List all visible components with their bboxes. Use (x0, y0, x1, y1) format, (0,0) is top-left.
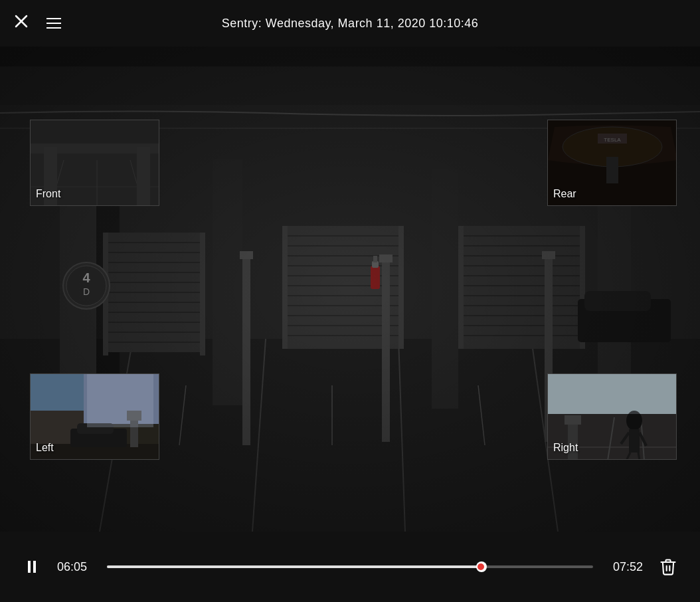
header-title: Sentry: Wednesday, March 11, 2020 10:10:… (222, 17, 479, 31)
progress-fill (107, 565, 481, 568)
progress-thumb-red (478, 563, 484, 570)
trash-icon (659, 557, 677, 576)
right-camera-label: Right (553, 442, 578, 454)
total-time: 07:52 (606, 560, 643, 574)
front-camera-label: Front (36, 188, 60, 200)
menu-button[interactable] (46, 18, 61, 29)
pause-icon (28, 561, 36, 573)
right-camera-thumbnail[interactable]: Right (547, 373, 677, 460)
close-button[interactable] (13, 13, 29, 33)
controls-bar: 06:05 07:52 (0, 532, 700, 602)
current-time: 06:05 (57, 560, 94, 574)
rear-camera-label: Rear (553, 188, 576, 200)
delete-button[interactable] (656, 555, 680, 579)
front-camera-thumbnail[interactable]: Front (30, 120, 159, 206)
left-camera-label: Left (36, 442, 54, 454)
main-video-area: 4 D (0, 47, 700, 532)
pause-button[interactable] (20, 555, 44, 579)
progress-bar[interactable] (107, 565, 593, 568)
left-camera-thumbnail[interactable]: Left (30, 373, 159, 460)
header-bar: Sentry: Wednesday, March 11, 2020 10:10:… (0, 0, 700, 47)
rear-camera-thumbnail[interactable]: TESLA Rear (547, 120, 677, 206)
